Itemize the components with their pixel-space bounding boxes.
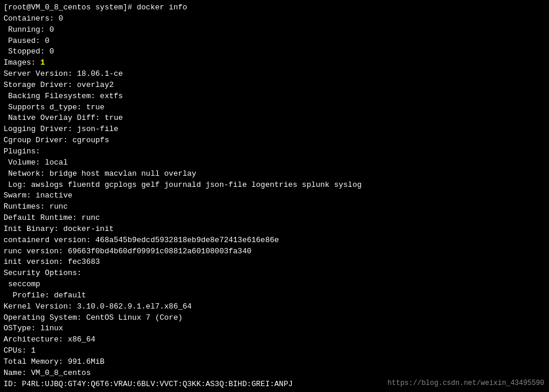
watermark-text: https://blog.csdn.net/weixin_43495590	[388, 379, 544, 387]
terminal-line: Server Version: 18.06.1-ce	[4, 69, 545, 80]
terminal-line: Runtimes: runc	[4, 202, 545, 213]
terminal-line: Volume: local	[4, 158, 545, 169]
terminal-line: Operating System: CentOS Linux 7 (Core)	[4, 313, 545, 324]
terminal-line: Docker Root Dir: /var/lib/docker	[4, 390, 545, 392]
terminal-line: Default Runtime: runc	[4, 213, 545, 224]
terminal-line: containerd version: 468a545b9edcd5932818…	[4, 235, 545, 246]
terminal-line: Architecture: x86_64	[4, 334, 545, 346]
terminal-line: Kernel Version: 3.10.0-862.9.1.el7.x86_6…	[4, 301, 545, 313]
terminal-line: runc version: 69663f0bd4b60df09991c08812…	[4, 246, 545, 257]
terminal-line: Backing Filesystem: extfs	[4, 91, 545, 102]
terminal-line: seccomp	[4, 279, 545, 290]
terminal-line: Images: 1	[4, 58, 545, 69]
terminal-output: Containers: 0 Running: 0 Paused: 0 Stopp…	[4, 14, 545, 392]
terminal-line: Swarm: inactive	[4, 190, 545, 202]
terminal-line: Running: 0	[4, 25, 545, 36]
terminal-line: Network: bridge host macvlan null overla…	[4, 169, 545, 180]
command-prompt: [root@VM_0_8_centos system]# docker info	[4, 2, 545, 14]
terminal-line: init version: fec3683	[4, 257, 545, 268]
terminal-line: Native Overlay Diff: true	[4, 113, 545, 124]
terminal-line: Paused: 0	[4, 36, 545, 47]
terminal-line: Name: VM_0_8_centos	[4, 368, 545, 379]
terminal-line: OSType: linux	[4, 323, 545, 334]
terminal-line: Log: awslogs fluentd gcplogs gelf journa…	[4, 180, 545, 191]
terminal-line: Security Options:	[4, 268, 545, 279]
terminal-line: Total Memory: 991.6MiB	[4, 357, 545, 368]
terminal-line: Logging Driver: json-file	[4, 124, 545, 135]
terminal-window: [root@VM_0_8_centos system]# docker info…	[0, 0, 549, 392]
terminal-line: Storage Driver: overlay2	[4, 80, 545, 91]
terminal-line: Profile: default	[4, 290, 545, 301]
terminal-line: Plugins:	[4, 146, 545, 158]
terminal-line: CPUs: 1	[4, 346, 545, 357]
terminal-line: Containers: 0	[4, 14, 545, 25]
terminal-line: Supports d_type: true	[4, 102, 545, 113]
terminal-line: Stopped: 0	[4, 46, 545, 58]
terminal-line: Cgroup Driver: cgroupfs	[4, 135, 545, 146]
terminal-line: Init Binary: docker-init	[4, 224, 545, 235]
